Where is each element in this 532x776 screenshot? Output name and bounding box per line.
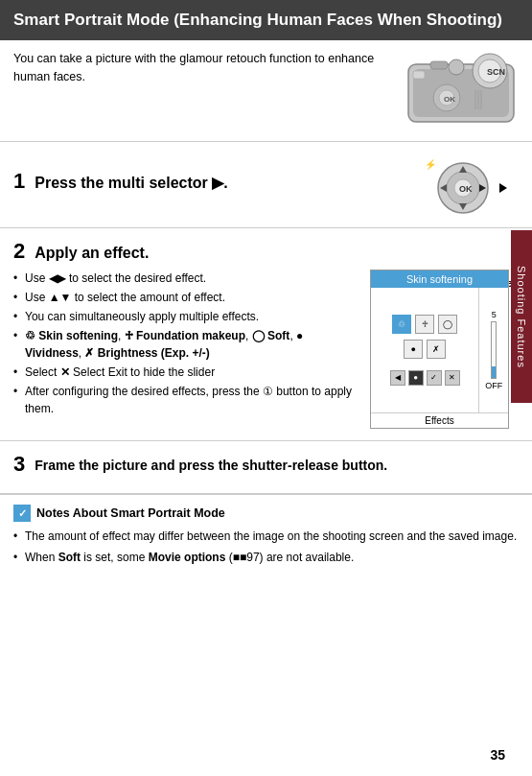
step-3: 3 Frame the picture and press the shutte… [0, 441, 532, 494]
svg-marker-23 [499, 183, 507, 193]
bullet-2: Use ▲▼ to select the amount of effect. [13, 289, 360, 306]
bullet-6: After configuring the desired effects, p… [13, 383, 360, 417]
step1-title: Press the multi selector ▶. [35, 174, 227, 194]
effects-panel: Skin softening ♲ ♱ ◯ ● ✗ [370, 270, 509, 429]
note-item-2: When Soft is set, some Movie options (■■… [13, 549, 519, 566]
note-icon: ✓ [13, 505, 31, 522]
nav-icons-row: ◀ ● ✓ ✕ [390, 370, 460, 386]
effects-panel-header: Skin softening [371, 270, 508, 288]
bullet-1: Use ◀▶ to select the desired effect. [13, 270, 360, 287]
nav-ok-icon[interactable]: ● [408, 370, 424, 386]
slider-track[interactable] [491, 321, 497, 379]
step1-number: 1 [13, 170, 25, 193]
slider-col: 5 OFF [479, 288, 508, 412]
effects-panel-body: ♲ ♱ ◯ ● ✗ ◀ ● ✓ ✕ [371, 288, 508, 412]
step2-number: 2 [13, 240, 25, 263]
brightness-icon[interactable]: ✗ [427, 340, 446, 359]
scale-5: 5 [492, 310, 497, 319]
effects-icons-row-1: ♲ ♱ ◯ [392, 315, 457, 334]
slider-fill [492, 366, 496, 378]
vividness-icon[interactable]: ● [404, 340, 423, 359]
effects-icons-row-2: ● ✗ [404, 340, 446, 359]
svg-text:SCN: SCN [487, 67, 505, 77]
foundation-icon[interactable]: ♱ [415, 315, 434, 334]
nav-check-icon[interactable]: ✓ [427, 370, 442, 386]
svg-point-5 [449, 59, 464, 75]
soft-icon[interactable]: ◯ [438, 315, 457, 334]
svg-rect-10 [413, 71, 425, 79]
effects-footer: Effects [371, 412, 508, 428]
svg-text:OK: OK [444, 95, 455, 104]
step-1: 1 Press the multi selector ▶. OK [0, 142, 532, 228]
svg-text:OK: OK [459, 184, 473, 194]
page-title: Smart Portrait Mode (Enhancing Human Fac… [13, 11, 502, 29]
bullet-3: You can simultaneously apply multiple ef… [13, 308, 360, 325]
nav-left-icon[interactable]: ◀ [390, 370, 405, 386]
page-number: 35 [490, 747, 505, 763]
notes-title: Notes About Smart Portrait Mode [36, 506, 225, 520]
slider-scale: 5 OFF [485, 292, 502, 409]
sidebar-tab: Shooting Features [511, 230, 532, 403]
step2-title: Apply an effect. [35, 244, 149, 264]
page-header: Smart Portrait Mode (Enhancing Human Fac… [0, 0, 532, 40]
effects-panel-container: Slider Skin softening ♲ ♱ ◯ ● ✗ [370, 270, 519, 429]
skin-softening-icon[interactable]: ♲ [392, 315, 411, 334]
svg-rect-6 [430, 61, 448, 69]
step3-title: Frame the picture and press the shutter-… [35, 457, 387, 474]
camera-image: SCN OK [404, 50, 519, 131]
multi-selector-image: OK ⚡ [423, 153, 519, 216]
intro-section: You can take a picture with the glamour … [0, 40, 532, 142]
intro-text: You can take a picture with the glamour … [13, 50, 404, 86]
effects-icons-col: ♲ ♱ ◯ ● ✗ ◀ ● ✓ ✕ [371, 288, 479, 412]
step-2: 2 Apply an effect. Use ◀▶ to select the … [0, 228, 532, 441]
notes-section: ✓ Notes About Smart Portrait Mode The am… [0, 494, 532, 579]
svg-text:⚡: ⚡ [425, 158, 437, 171]
bullet-4: ♲ Skin softening, ♱ Foundation makeup, ◯… [13, 327, 360, 362]
step2-bullets: Use ◀▶ to select the desired effect. Use… [13, 270, 370, 419]
step1-block: 1 Press the multi selector ▶. [13, 170, 228, 200]
notes-header: ✓ Notes About Smart Portrait Mode [13, 505, 519, 522]
bullet-5: Select ✕ Select Exit to hide the slider [13, 364, 360, 381]
scale-off: OFF [485, 381, 502, 390]
step3-number: 3 [13, 453, 25, 476]
note-item-1: The amount of effect may differ between … [13, 528, 519, 545]
nav-x-icon[interactable]: ✕ [445, 370, 460, 386]
